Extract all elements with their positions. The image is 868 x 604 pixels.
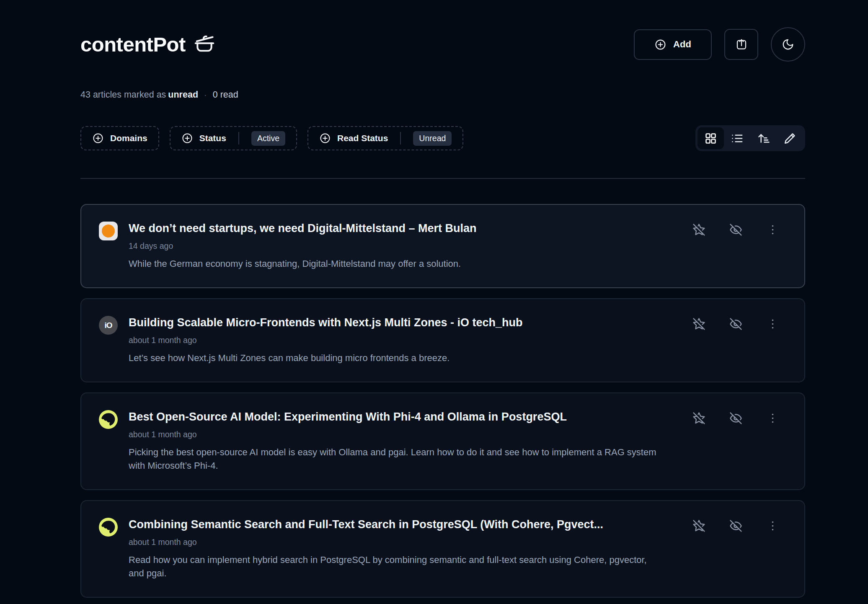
stats-line: 43 articles marked asunread · 0 read — [80, 90, 805, 100]
card-actions — [692, 519, 788, 532]
plus-circle-icon — [92, 132, 104, 144]
article-timestamp: about 1 month ago — [129, 537, 692, 547]
ellipsis-vertical-icon — [766, 223, 779, 236]
view-switcher — [695, 125, 805, 151]
article-description: Read how you can implement hybrid search… — [129, 553, 656, 580]
article-list: We don’t need startups, we need Digital-… — [80, 204, 805, 598]
list-view-button[interactable] — [724, 127, 750, 149]
mark-unread-button[interactable] — [729, 519, 742, 532]
tiger-logo-icon — [99, 518, 118, 537]
article-description: Let’s see how Next.js Multi Zones can ma… — [129, 351, 656, 365]
article-timestamp: about 1 month ago — [129, 429, 692, 439]
article-card[interactable]: We don’t need startups, we need Digital-… — [80, 204, 805, 288]
unread-count-text: 43 articles marked asunread — [80, 90, 198, 100]
article-description: Picking the best open-source AI model is… — [129, 446, 656, 472]
unread-word: unread — [168, 90, 198, 100]
article-card[interactable]: Combining Semantic Search and Full-Text … — [80, 500, 805, 598]
ellipsis-vertical-icon — [766, 317, 779, 330]
eye-off-icon — [729, 317, 742, 330]
article-card[interactable]: Best Open-Source AI Model: Experimenting… — [80, 392, 805, 490]
card-actions — [692, 412, 788, 425]
read-count-text: 0 read — [213, 90, 238, 100]
cooking-pot-icon — [193, 33, 216, 56]
dot-separator: · — [204, 90, 207, 100]
article-title[interactable]: Combining Semantic Search and Full-Text … — [129, 517, 692, 532]
read-status-filter-value-badge: Unread — [413, 131, 452, 146]
status-filter-value-badge: Active — [251, 131, 285, 146]
sort-ascending-icon — [757, 132, 770, 145]
ellipsis-vertical-icon — [766, 519, 779, 532]
header: contentPot Add — [80, 27, 805, 62]
favorite-off-button[interactable] — [692, 223, 705, 236]
read-status-filter-button[interactable]: Read Status Unread — [307, 126, 463, 150]
article-title[interactable]: Building Scalable Micro-Frontends with N… — [129, 315, 692, 330]
site-favicon-timescale — [99, 410, 118, 429]
mark-unread-button[interactable] — [729, 223, 742, 236]
pencil-icon — [783, 132, 796, 145]
site-favicon-io: iO — [99, 316, 118, 335]
moon-icon — [782, 38, 794, 51]
app-title: contentPot — [80, 33, 186, 56]
filter-separator — [238, 132, 239, 145]
card-actions — [692, 317, 788, 330]
status-filter-button[interactable]: Status Active — [170, 126, 297, 150]
article-timestamp: 14 days ago — [129, 241, 692, 251]
add-button-label: Add — [673, 39, 691, 50]
grid-view-button[interactable] — [698, 127, 724, 149]
dark-mode-toggle-button[interactable] — [771, 27, 805, 62]
tiger-logo-icon — [99, 410, 118, 429]
article-title[interactable]: We don’t need startups, we need Digital-… — [129, 221, 692, 236]
mark-unread-button[interactable] — [729, 317, 742, 330]
ellipsis-vertical-icon — [766, 412, 779, 425]
plus-circle-icon — [654, 39, 666, 51]
domains-filter-button[interactable]: Domains — [80, 126, 159, 150]
site-favicon-timescale — [99, 518, 118, 537]
more-options-button[interactable] — [766, 519, 779, 532]
share-icon — [735, 38, 748, 51]
favorite-off-button[interactable] — [692, 317, 705, 330]
mark-unread-button[interactable] — [729, 412, 742, 425]
star-off-icon — [692, 223, 705, 236]
more-options-button[interactable] — [766, 223, 779, 236]
more-options-button[interactable] — [766, 412, 779, 425]
sort-button[interactable] — [750, 127, 777, 149]
header-actions: Add — [634, 27, 805, 62]
plus-circle-icon — [181, 132, 193, 144]
star-off-icon — [692, 519, 705, 532]
filter-row: Domains Status Active Read Status Unread — [80, 125, 805, 151]
domains-filter-label: Domains — [110, 133, 147, 143]
status-filter-label: Status — [199, 133, 226, 143]
share-button[interactable] — [724, 29, 758, 60]
main-page: contentPot Add — [0, 0, 868, 598]
article-card[interactable]: iO Building Scalable Micro-Frontends wit… — [80, 298, 805, 382]
more-options-button[interactable] — [766, 317, 779, 330]
favorite-off-button[interactable] — [692, 412, 705, 425]
grid-icon — [704, 132, 717, 145]
article-description: While the German economy is stagnating, … — [129, 257, 656, 271]
site-favicon-orange — [99, 222, 118, 240]
add-button[interactable]: Add — [634, 29, 712, 60]
eye-off-icon — [729, 412, 742, 425]
article-timestamp: about 1 month ago — [129, 335, 692, 345]
section-divider — [80, 178, 805, 179]
favorite-off-button[interactable] — [692, 519, 705, 532]
article-title[interactable]: Best Open-Source AI Model: Experimenting… — [129, 409, 692, 424]
filter-separator — [400, 132, 401, 145]
star-off-icon — [692, 317, 705, 330]
plus-circle-icon — [319, 132, 331, 144]
read-status-filter-label: Read Status — [337, 133, 388, 143]
eye-off-icon — [729, 223, 742, 236]
star-off-icon — [692, 412, 705, 425]
edit-button[interactable] — [777, 127, 803, 149]
eye-off-icon — [729, 519, 742, 532]
list-icon — [731, 132, 744, 145]
brand: contentPot — [80, 33, 216, 56]
card-actions — [692, 223, 788, 236]
